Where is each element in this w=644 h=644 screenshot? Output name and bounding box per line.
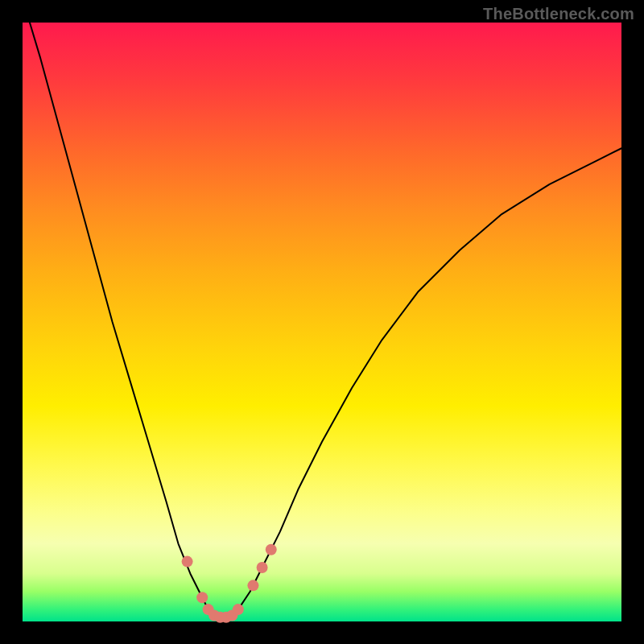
data-marker xyxy=(266,544,277,555)
data-marker xyxy=(233,604,244,615)
chart-frame: TheBottleneck.com xyxy=(0,0,644,644)
data-marker xyxy=(257,562,268,573)
watermark-text: TheBottleneck.com xyxy=(483,5,634,23)
data-marker xyxy=(182,556,193,568)
bottleneck-curve xyxy=(23,0,621,618)
data-marker xyxy=(196,592,208,603)
plot-area xyxy=(23,23,621,621)
data-marker xyxy=(247,580,258,591)
chart-svg xyxy=(23,23,621,621)
